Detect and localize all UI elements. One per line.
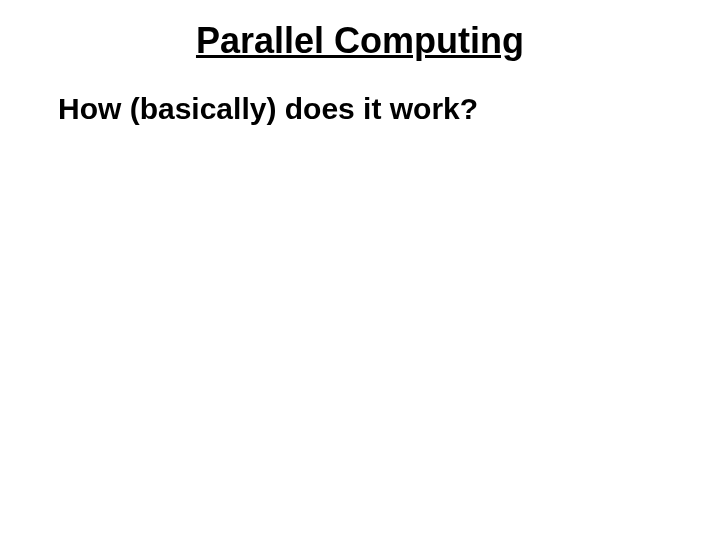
slide-subtitle: How (basically) does it work? [58,92,478,126]
slide: Parallel Computing How (basically) does … [0,0,720,540]
slide-title: Parallel Computing [0,20,720,62]
